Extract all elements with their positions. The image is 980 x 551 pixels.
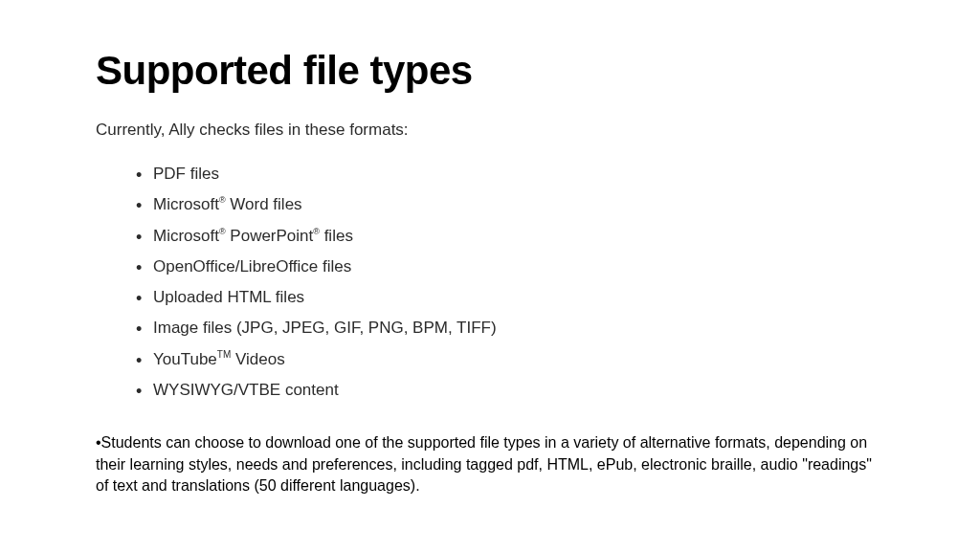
list-item: WYSIWYG/VTBE content: [153, 375, 884, 406]
file-type-list: PDF files Microsoft® Word files Microsof…: [96, 159, 884, 406]
list-item: Microsoft® Word files: [153, 189, 884, 220]
page-title: Supported file types: [96, 48, 884, 94]
list-item: Image files (JPG, JPEG, GIF, PNG, BPM, T…: [153, 313, 884, 343]
list-item-text: Microsoft® Word files: [153, 195, 302, 213]
list-item: Microsoft® PowerPoint® files: [153, 221, 884, 252]
list-item: PDF files: [153, 159, 884, 189]
list-item-text: YouTubeTM Videos: [153, 350, 285, 368]
list-item: YouTubeTM Videos: [153, 344, 884, 375]
list-item: OpenOffice/LibreOffice files: [153, 252, 884, 282]
note-text: •Students can choose to download one of …: [96, 432, 884, 496]
intro-text: Currently, Ally checks files in these fo…: [96, 121, 884, 140]
list-item: Uploaded HTML files: [153, 282, 884, 313]
list-item-text: Microsoft® PowerPoint® files: [153, 227, 353, 245]
